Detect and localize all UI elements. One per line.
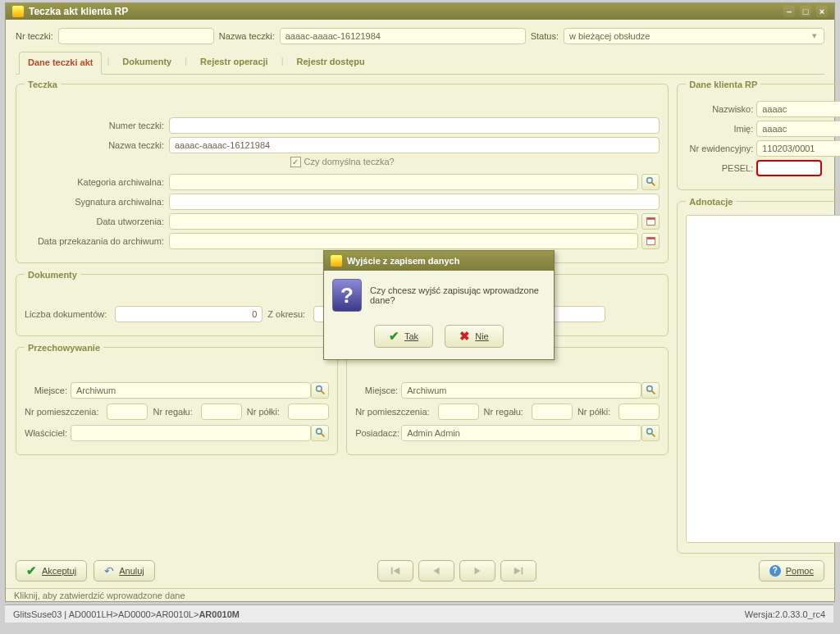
question-icon: ? [332, 279, 362, 312]
przechowywanie-fieldset: Przechowywanie Miejsce: Nr pomieszczenia… [16, 343, 338, 455]
liczba-dok-input[interactable] [115, 306, 262, 322]
svg-marker-17 [393, 568, 399, 575]
sygnatura-input[interactable] [169, 194, 660, 210]
teczka-fieldset: Teczka Numer teczki: Nazwa teczki: ✓ Czy… [16, 80, 669, 263]
tab-dane-teczki[interactable]: Dane teczki akt [19, 52, 102, 75]
breadcrumb-current: AR0010M [199, 609, 240, 619]
svg-marker-18 [433, 568, 439, 575]
footer-bar: ✔Akceptuj ↶Anuluj ?Pomoc [16, 554, 824, 582]
dialog-no-label: Nie [475, 331, 489, 341]
domyslna-checkbox[interactable]: ✓ [290, 157, 301, 167]
nrewid-input[interactable] [756, 140, 840, 157]
svg-line-1 [651, 183, 655, 186]
calendar-icon[interactable] [641, 213, 660, 230]
svg-line-11 [651, 391, 655, 395]
akceptuj-button[interactable]: ✔Akceptuj [16, 560, 87, 582]
zokresu-label: Z okresu: [267, 309, 308, 319]
close-icon[interactable]: × [816, 6, 828, 17]
nr-teczki-label: Nr teczki: [16, 31, 53, 41]
nav-last-button[interactable] [500, 560, 536, 582]
posiadacz-input[interactable] [401, 425, 641, 441]
wlasciciel-label: Właściciel: [25, 428, 71, 438]
breadcrumb-bar: GlitsSuse03 | AD0001LH>AD0000>AR0010L>AR… [5, 604, 833, 623]
nazwa-teczki-input2[interactable] [169, 137, 660, 153]
uzytk-miejsce-input[interactable] [401, 382, 641, 399]
svg-point-8 [316, 429, 322, 435]
uzytk-nrreg-label: Nr regału: [484, 407, 527, 417]
nav-prev-button[interactable] [418, 560, 454, 582]
maximize-icon[interactable]: □ [800, 6, 811, 17]
version-value: 2.0.33.0_rc4 [775, 609, 825, 619]
calendar-icon[interactable] [641, 233, 660, 249]
kategoria-lookup-button[interactable] [641, 174, 660, 190]
nazwisko-input[interactable] [756, 101, 840, 117]
check-icon: ✔ [26, 563, 37, 578]
dialog-yes-label: Tak [404, 331, 418, 341]
uzytk-miejsce-label: Miejsce: [355, 385, 401, 395]
svg-line-9 [321, 434, 324, 437]
kategoria-input[interactable] [169, 174, 638, 190]
confirm-dialog: Wyjście z zapisem danych ? Czy chcesz wy… [323, 250, 555, 360]
przech-nrreg-input[interactable] [201, 404, 242, 420]
chevron-down-icon: ▾ [812, 30, 817, 41]
przech-nrreg-label: Nr regału: [153, 407, 195, 417]
nav-first-button[interactable] [377, 560, 413, 582]
uzytk-nrpol-label: Nr półki: [578, 407, 614, 417]
cross-icon: ✖ [459, 329, 470, 344]
dialog-title: Wyjście z zapisem danych [347, 256, 459, 266]
adnotacje-fieldset: Adnotacje [677, 197, 840, 554]
tab-rejestr-dostepu[interactable]: Rejestr dostępu [289, 52, 373, 75]
nr-teczki-input[interactable] [58, 28, 214, 44]
przech-nrpol-input[interactable] [288, 404, 329, 420]
dane-klienta-fieldset: Dane klienta RP Nazwisko: Imię: Nr ewide… [677, 80, 840, 190]
status-dropdown[interactable]: w bieżącej obsłudze ▾ [564, 28, 824, 44]
search-icon[interactable] [311, 425, 329, 441]
search-icon[interactable] [641, 382, 660, 399]
uzytk-nrpol-input[interactable] [619, 404, 660, 420]
nav-next-button[interactable] [459, 560, 495, 582]
adnotacje-textarea[interactable] [686, 215, 840, 543]
uzytk-nrreg-input[interactable] [532, 404, 573, 420]
kategoria-label: Kategoria archiwalna: [25, 177, 169, 187]
nazwa-teczki-input[interactable] [280, 28, 526, 44]
przech-miejsce-input[interactable] [71, 382, 311, 399]
data-przek-input[interactable] [169, 233, 638, 249]
status-label: Status: [531, 31, 559, 41]
tab-rejestr-operacji[interactable]: Rejestr operacji [192, 52, 276, 75]
nazwa-teczki-label: Nazwa teczki: [219, 31, 275, 41]
data-utw-input[interactable] [169, 213, 638, 230]
status-value: w bieżącej obsłudze [569, 31, 650, 41]
przech-nrpom-label: Nr pomieszczenia: [25, 407, 102, 417]
undo-icon: ↶ [104, 564, 114, 577]
dialog-yes-button[interactable]: ✔Tak [374, 325, 433, 348]
przech-nrpom-input[interactable] [107, 404, 148, 420]
przech-nrpol-label: Nr półki: [247, 407, 283, 417]
svg-marker-19 [474, 568, 480, 575]
tab-dokumenty[interactable]: Dokumenty [114, 52, 180, 75]
pesel-label: PESEL: [686, 163, 756, 173]
check-icon: ✔ [389, 329, 399, 344]
minimize-icon[interactable]: – [783, 6, 795, 17]
pomoc-button[interactable]: ?Pomoc [759, 560, 824, 582]
titlebar[interactable]: Teczka akt klienta RP – □ × [6, 3, 834, 20]
numer-teczki-input[interactable] [169, 117, 660, 134]
svg-line-13 [651, 434, 655, 437]
header-row: Nr teczki: Nazwa teczki: Status: w bieżą… [16, 28, 824, 44]
anuluj-button[interactable]: ↶Anuluj [94, 560, 155, 582]
dialog-titlebar[interactable]: Wyjście z zapisem danych [324, 251, 554, 271]
pomoc-label: Pomoc [786, 566, 814, 576]
przech-legend: Przechowywanie [25, 343, 103, 353]
search-icon[interactable] [641, 425, 660, 441]
imie-input[interactable] [756, 121, 840, 137]
status-hint: Kliknij, aby zatwierdzić wprowadzone dan… [14, 591, 185, 600]
search-icon[interactable] [311, 382, 329, 399]
wlasciciel-input[interactable] [71, 425, 311, 441]
svg-point-10 [646, 386, 652, 392]
dialog-no-button[interactable]: ✖Nie [445, 325, 504, 348]
pesel-input[interactable] [756, 160, 822, 176]
window-title: Teczka akt klienta RP [29, 6, 128, 17]
breadcrumb-pre: GlitsSuse03 | AD0001LH>AD0000>AR0010L> [13, 609, 199, 619]
uzytk-nrpom-input[interactable] [438, 404, 479, 420]
statusbar: Kliknij, aby zatwierdzić wprowadzone dan… [6, 588, 834, 601]
numer-teczki-label: Numer teczki: [25, 121, 169, 130]
